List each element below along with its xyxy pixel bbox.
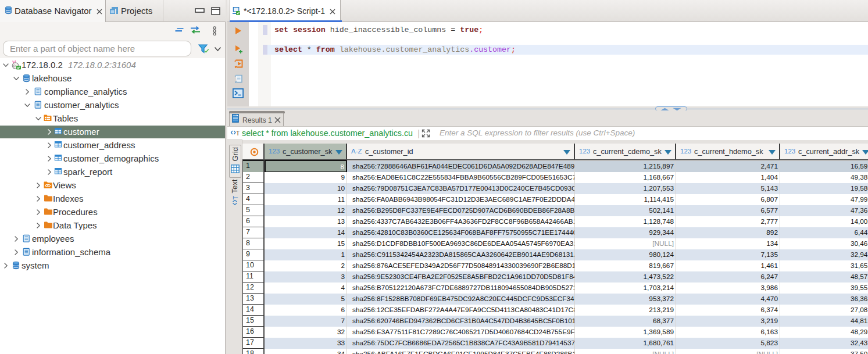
svg-text:T: T <box>232 196 239 200</box>
svg-text:T: T <box>236 130 240 137</box>
